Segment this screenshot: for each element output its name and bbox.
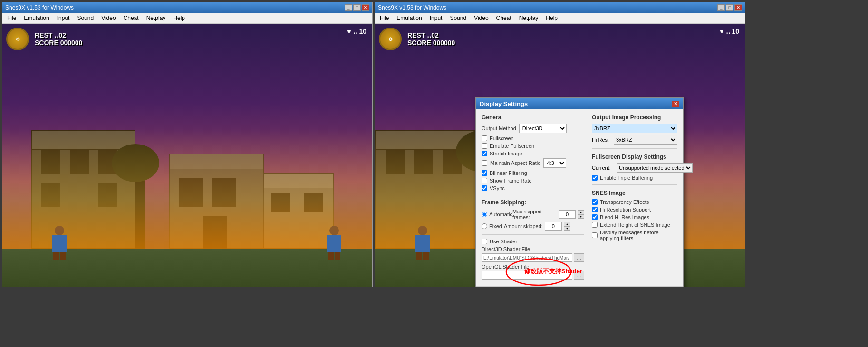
maximize-button-right[interactable]: □ (726, 4, 733, 11)
current-select[interactable]: Unsupported mode selected (617, 163, 693, 173)
character-left (50, 226, 69, 259)
game-scene-left: ⚙ REST ‥02 SCORE 000000 ♥ ‥ 10 (2, 24, 372, 287)
section-divider-r2 (592, 184, 677, 185)
d3d-browse-button[interactable]: ... (574, 253, 584, 262)
hi-resolution-row: Hi Resolution Support (592, 207, 677, 212)
show-frame-rate-label: Show Frame Rate (490, 178, 532, 183)
max-skipped-label: Max skipped frames: (512, 209, 557, 220)
window-4 (41, 183, 60, 207)
maximize-button-left[interactable]: □ (353, 4, 361, 11)
menu-help-right[interactable]: Help (543, 14, 560, 22)
building-1-left (31, 130, 135, 249)
menu-video-right[interactable]: Video (471, 14, 491, 22)
extend-height-checkbox[interactable] (592, 222, 598, 228)
maintain-aspect-checkbox[interactable] (482, 160, 487, 166)
bilinear-label: Bilinear Filtering (490, 170, 527, 176)
hud-hearts-right: ♥ ‥ 10 (720, 28, 739, 35)
dialog-close-button[interactable]: ✕ (672, 101, 679, 107)
max-skipped-input[interactable] (559, 210, 576, 219)
menu-input-left[interactable]: Input (54, 14, 73, 22)
section-divider-r1 (592, 148, 677, 149)
menu-video-left[interactable]: Video (98, 14, 118, 22)
menu-file-right[interactable]: File (377, 14, 392, 22)
stretch-image-row: Stretch Image (482, 151, 584, 156)
maintain-aspect-row: Maintain Aspect Ratio 4:3 (482, 158, 584, 168)
output-method-row: Output Method Direct3D (482, 124, 584, 133)
close-button-right[interactable]: ✕ (734, 4, 742, 11)
hud-info-left: REST ‥02 SCORE 000000 (35, 31, 82, 47)
menu-help-left[interactable]: Help (170, 14, 188, 22)
hud-right: ⚙ REST ‥02 SCORE 000000 (379, 28, 455, 50)
triple-buffer-row: Enable Triple Buffering (592, 175, 677, 181)
hud-left: ⚙ REST ‥02 SCORE 000000 (6, 28, 82, 50)
menu-input-right[interactable]: Input (427, 14, 445, 22)
vsync-checkbox[interactable] (482, 185, 487, 191)
title-bar-buttons-left: _ □ ✕ (345, 4, 369, 11)
spin-up-amount[interactable]: ▲ (564, 222, 570, 226)
game-area-left: ⚙ REST ‥02 SCORE 000000 ♥ ‥ 10 (2, 24, 372, 287)
display-messages-checkbox[interactable] (592, 232, 598, 238)
use-shader-checkbox[interactable] (482, 239, 487, 244)
window-left: Snes9X v1.53 for Windows _ □ ✕ File Emul… (2, 2, 373, 287)
close-button-left[interactable]: ✕ (362, 4, 369, 11)
hi-resolution-checkbox[interactable] (592, 207, 598, 212)
menu-emulation-right[interactable]: Emulation (394, 14, 424, 22)
stretch-image-label: Stretch Image (490, 151, 522, 156)
general-section-title: General (482, 114, 584, 121)
triple-buffer-checkbox[interactable] (592, 175, 598, 181)
blend-hires-label: Blend Hi-Res Images (600, 214, 649, 220)
amount-skipped-input[interactable] (545, 222, 562, 231)
display-messages-row: Display messages before applying filters (592, 230, 677, 241)
menu-emulation-left[interactable]: Emulation (21, 14, 52, 22)
transparency-checkbox[interactable] (592, 199, 598, 205)
window-title-right: Snes9X v1.53 for Windows (378, 4, 446, 11)
output-method-select[interactable]: Direct3D (519, 124, 567, 133)
dialog-title-text: Display Settings (480, 100, 528, 107)
fullscreen-checkbox[interactable] (482, 135, 487, 141)
show-frame-rate-checkbox[interactable] (482, 178, 487, 183)
spin-up-max[interactable]: ▲ (578, 210, 584, 214)
amount-skipped-spinner[interactable]: ▲ ▼ (564, 222, 570, 231)
section-divider-1 (482, 195, 584, 195)
extend-height-row: Extend Height of SNES Image (592, 222, 677, 228)
emulate-fullscreen-label: Emulate Fullscreen (490, 143, 534, 149)
spin-down-max[interactable]: ▼ (578, 214, 584, 219)
hires-select[interactable]: 3xBRZ (614, 135, 677, 145)
aspect-select[interactable]: 4:3 (543, 158, 566, 168)
emulate-fullscreen-checkbox[interactable] (482, 143, 487, 149)
automatic-row: Automatic Max skipped frames: ▲ ▼ (482, 209, 584, 220)
vsync-row: VSync (482, 185, 584, 191)
blend-hires-checkbox[interactable] (592, 214, 598, 220)
transparency-label: Transparency Effects (600, 199, 649, 205)
spin-down-amount[interactable]: ▼ (564, 226, 570, 231)
minimize-button-right[interactable]: _ (717, 4, 725, 11)
window-right: Snes9X v1.53 for Windows _ □ ✕ File Emul… (375, 2, 745, 287)
fixed-radio[interactable] (482, 223, 487, 229)
menu-sound-right[interactable]: Sound (447, 14, 469, 22)
menu-cheat-left[interactable]: Cheat (121, 14, 142, 22)
bilinear-checkbox[interactable] (482, 170, 487, 176)
character-right (325, 226, 344, 259)
char-r-leg-l (328, 252, 334, 260)
section-divider-2 (482, 234, 584, 235)
triple-buffer-label: Enable Triple Buffering (600, 175, 653, 181)
menu-netplay-left[interactable]: Netplay (144, 14, 169, 22)
fullscreen-display-section: Fullscreen Display Settings Current: Uns… (592, 154, 677, 181)
dialog-display-settings: Display Settings ✕ General Output Method… (475, 97, 684, 287)
output-image-select[interactable]: 3xBRZ (592, 124, 677, 133)
max-skipped-spinner[interactable]: ▲ ▼ (578, 210, 584, 219)
char-leg-r (60, 252, 66, 260)
menu-cheat-right[interactable]: Cheat (493, 14, 514, 22)
menu-file-left[interactable]: File (4, 14, 19, 22)
menu-sound-left[interactable]: Sound (74, 14, 96, 22)
dialog-title-bar: Display Settings ✕ (476, 98, 683, 109)
char-body (52, 235, 67, 252)
bilinear-row: Bilinear Filtering (482, 170, 584, 176)
window-r1 (386, 150, 405, 174)
menu-netplay-right[interactable]: Netplay (516, 14, 541, 22)
minimize-button-left[interactable]: _ (345, 4, 352, 11)
stretch-image-checkbox[interactable] (482, 151, 487, 156)
automatic-radio[interactable] (482, 212, 487, 217)
building-3-left (263, 173, 334, 249)
building-2-window-2 (212, 178, 236, 207)
